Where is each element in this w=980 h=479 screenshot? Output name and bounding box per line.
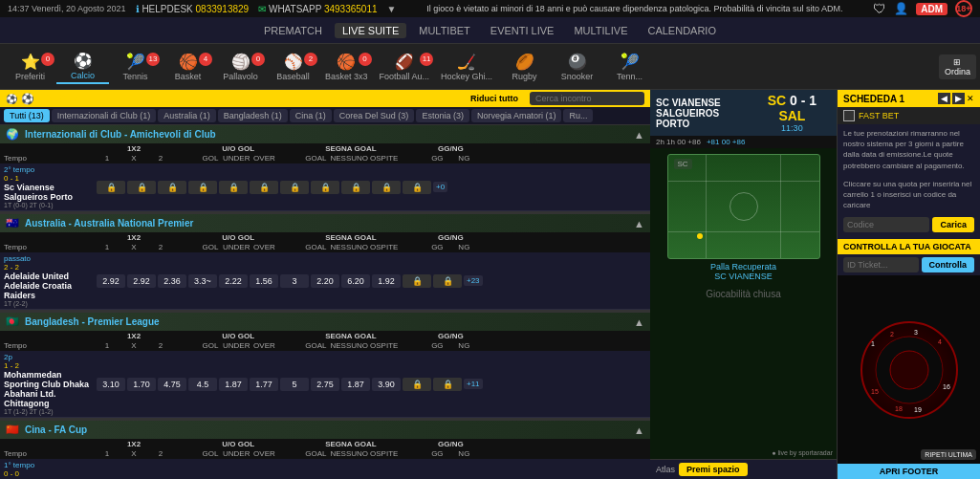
apri-footer-button[interactable]: APRI FOOTER [838,464,980,479]
sport-tab-preferiti[interactable]: 0 ⭐ Preferiti [4,51,56,83]
sport-tab-rugby[interactable]: 🏉 Rugby [498,51,551,83]
league-bangladesh-header[interactable]: 🇧🇩 Bangladesh - Premier League ▲ [0,312,650,331]
odds-a1[interactable]: 2.92 [97,274,125,288]
more-adelaide[interactable]: +23 [464,275,483,286]
nav-prematch[interactable]: PREMATCH [256,23,330,38]
ripeti-ultima-button[interactable]: RIPETI ULTIMA [921,449,976,460]
odds-mgg[interactable]: 3.90 [372,378,401,391]
cat-tab-norvegia[interactable]: Norvegia Amatori (1) [471,109,562,122]
odds-aunder[interactable]: 2.22 [219,274,248,288]
odds-agg[interactable]: 1.92 [372,274,401,288]
riduci-tutto-button[interactable]: Riduci tutto [463,92,526,105]
collapse-bangladesh[interactable]: ▲ [634,316,644,328]
snooker-icon: 🎱 [568,53,587,71]
sport-tab-basket[interactable]: 4 🏀 Basket [162,51,214,83]
nav-calendario[interactable]: CALENDARIO [640,23,724,38]
nav-bar: PREMATCH LIVE SUITE MULTIBET EVENTI LIVE… [0,17,980,44]
odds-mgol[interactable]: 4.5 [188,378,217,391]
fast-bet-row: FAST BET [838,107,980,124]
click-info-text: Cliccare su una quota per inserirla nel … [838,175,980,215]
ticket-input[interactable] [843,257,919,272]
more-vianense[interactable]: +0 [433,182,447,192]
codice-input[interactable] [843,217,929,232]
close-icon[interactable]: ✕ [967,94,974,103]
collapse-cina[interactable]: ▲ [634,425,644,436]
schededa-next[interactable]: ▶ [952,93,965,104]
sport-tab-tennis[interactable]: 13 🎾 Tennis [109,51,162,83]
soccer-icon: ⚽ [74,52,93,70]
cerca-input[interactable] [530,92,644,105]
sport-tab-basket3x3[interactable]: 0 🏀 Basket 3x3 [319,51,374,83]
basketball3x3-icon: 🏀 [337,53,356,71]
basketball-icon: 🏀 [179,53,198,71]
more-mohammedan[interactable]: +11 [464,379,483,389]
league-internazionali-name: Internazionali di Club - Amichevoli di C… [25,129,628,140]
sport-tab-hockey[interactable]: 🏒 Hockey Ghi... [435,51,498,83]
odds-aover[interactable]: 1.56 [250,274,278,288]
score-detail: 2h 1h 00 +86 [656,138,701,146]
league-internazionali-header[interactable]: 🌍 Internazionali di Club - Amichevoli di… [0,124,650,143]
cat-tab-tutti[interactable]: Tutti (13) [4,109,50,122]
match-info-mohammedan: 2p 1 - 2 Mohammedan Sporting Club Dhaka … [4,353,95,415]
svg-text:4: 4 [938,338,942,345]
league-australia: 🇦🇺 Australia - Australia National Premie… [0,213,650,312]
controlla-button[interactable]: Controlla [922,257,975,272]
sport-tab-football-au[interactable]: 11 🏈 Football Au... [374,51,436,83]
tenn-icon: 🎾 [621,53,640,71]
league-australia-header[interactable]: 🇦🇺 Australia - Australia National Premie… [0,213,650,232]
ordina-button[interactable]: ⊞ Ordina [939,54,976,79]
odds-mgoal[interactable]: 5 [280,378,309,391]
ticket-row: Controlla [838,254,980,275]
league-cina-header[interactable]: 🇨🇳 Cina - FA Cup ▲ [0,420,650,439]
premi-spazio-button[interactable]: Premi spazio [679,463,748,476]
odds-mx[interactable]: 1.70 [127,378,156,391]
cat-tab-ru[interactable]: Ru... [563,109,593,122]
datetime: 14:37 Venerdì, 20 Agosto 2021 [8,4,126,13]
helpdesk-info: ℹ HELPDESK 0833913829 [136,4,250,14]
football-au-icon: 🏈 [395,53,414,71]
cat-tab-internazionali[interactable]: Internazionali di Club (1) [52,109,157,122]
collapse-australia[interactable]: ▲ [634,218,644,229]
cat-tab-estonia[interactable]: Estonia (3) [416,109,469,122]
cat-tab-australia[interactable]: Australia (1) [158,109,216,122]
odds-mover[interactable]: 1.77 [250,378,278,391]
nav-live-suite[interactable]: LIVE SUITE [335,23,406,38]
nav-multilive[interactable]: MULTILIVE [566,23,635,38]
sport-tab-pallavolo[interactable]: 0 🏐 Pallavolo [214,51,267,83]
odds-a2[interactable]: 2.36 [158,274,186,288]
svg-text:19: 19 [914,406,922,413]
sport-tab-tenn[interactable]: 🎾 Tenn... [603,51,656,83]
cat-tab-bangladesh[interactable]: Bangladesh (1) [218,109,288,122]
odds-ax[interactable]: 2.92 [127,274,156,288]
odds-mospite[interactable]: 1.87 [341,378,370,391]
nav-eventi-live[interactable]: EVENTI LIVE [483,23,562,38]
collapse-internazionali[interactable]: ▲ [634,129,644,141]
nav-multibet[interactable]: MULTIBET [411,23,478,38]
league-australia-name: Australia - Australia National Premier [25,218,628,229]
odds-agoal[interactable]: 3 [280,274,309,288]
odds-munder[interactable]: 1.87 [219,378,248,391]
sport-tab-baseball[interactable]: 2 ⚾ Baseball [267,51,319,83]
odds-m2[interactable]: 4.75 [158,378,186,391]
schededa-header: SCHEDEDA 1 ◀ ▶ ✕ [838,90,980,107]
roulette-svg: 1 2 3 4 15 16 18 19 [842,317,976,423]
col-headers-au: 1X21X2 U/O GOLGOLUNDEROVER SEGNA GOALGOA… [95,233,476,251]
adm-badge: ADM [916,3,947,15]
odds-agol[interactable]: 3.3~ [188,274,217,288]
cat-tab-corea[interactable]: Corea Del Sud (3) [334,109,415,122]
odds-anessuno[interactable]: 2.20 [311,274,339,288]
svg-point-2 [890,351,928,389]
dropdown-arrow[interactable]: ▼ [387,4,397,14]
carica-button[interactable]: Carica [932,217,974,232]
svg-text:18: 18 [895,405,903,412]
sport-tab-calcio[interactable]: ⚽ Calcio [56,50,109,84]
fast-bet-checkbox[interactable] [843,110,855,121]
cat-tab-cina[interactable]: Cina (1) [290,109,332,122]
odds-aospite[interactable]: 6.20 [341,274,370,288]
odds-m1[interactable]: 3.10 [97,378,125,391]
sport-tab-snooker[interactable]: 🎱 Snooker [551,51,603,83]
schededa-prev[interactable]: ◀ [938,93,950,104]
user-icon: 👤 [894,2,908,15]
calcio-section-header[interactable]: ⚽ ⚽ CALCIO Riduci tutto [0,90,650,107]
odds-mnessuno[interactable]: 2.75 [311,378,339,391]
